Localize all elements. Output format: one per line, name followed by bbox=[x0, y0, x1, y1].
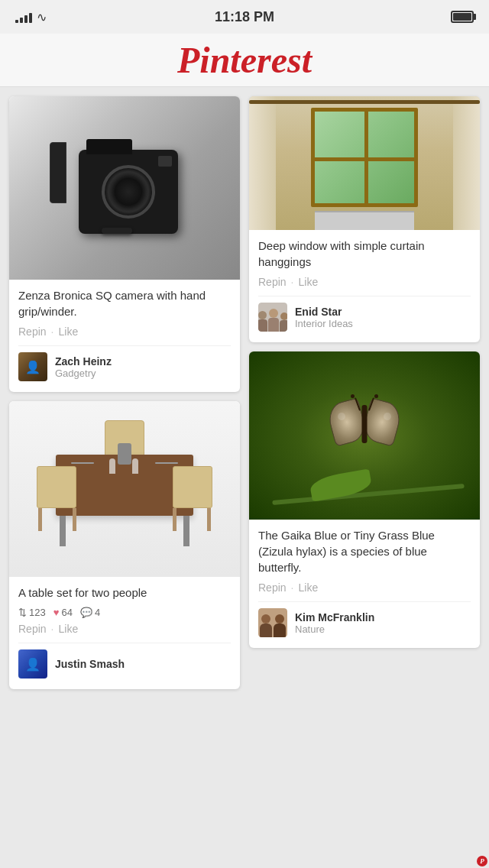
pin-title-camera: Zenza Bronica SQ camera with hand grip/w… bbox=[18, 287, 231, 319]
pin-content-window: Deep window with simple curtain hangging… bbox=[249, 230, 480, 342]
pin-user-camera[interactable]: 👤 Zach Heinz Gadgetry bbox=[18, 345, 231, 384]
user-board-enid: Interior Ideas bbox=[295, 318, 353, 329]
user-name-kim: Kim McFranklin bbox=[295, 611, 374, 623]
pin-user-table[interactable]: 👤 Justin Smash bbox=[18, 643, 231, 682]
comment-stat: 💬 4 bbox=[80, 607, 100, 618]
camera-image bbox=[9, 96, 240, 280]
user-info-zach: Zach Heinz Gadgetry bbox=[55, 355, 112, 379]
repin-count: 123 bbox=[29, 607, 46, 618]
repin-btn-camera[interactable]: Repin bbox=[18, 326, 47, 338]
comment-icon: 💬 bbox=[80, 607, 92, 618]
pin-image-table[interactable] bbox=[9, 401, 240, 577]
app-logo: Pinterest bbox=[177, 39, 312, 81]
like-btn-butterfly[interactable]: Like bbox=[298, 581, 318, 594]
avatar-justin: 👤 bbox=[18, 649, 47, 679]
repin-btn-window[interactable]: Repin bbox=[258, 276, 287, 288]
pin-title-table: A table set for two people bbox=[18, 585, 231, 601]
pin-col-right: Deep window with simple curtain hangging… bbox=[249, 96, 480, 648]
user-board-kim: Nature bbox=[295, 623, 374, 635]
user-board-zach: Gadgetry bbox=[55, 368, 112, 379]
repin-stat-icon: ⇅ bbox=[18, 607, 27, 618]
status-bar: ∿ 11:18 PM bbox=[0, 0, 489, 34]
avatar-zach: 👤 bbox=[18, 352, 47, 381]
user-info-enid: Enid Star Interior Ideas bbox=[295, 306, 353, 329]
user-name-justin: Justin Smash bbox=[55, 658, 125, 670]
butterfly-image bbox=[249, 351, 480, 520]
dot-window: · bbox=[291, 276, 294, 288]
pin-user-window[interactable]: P Enid Star Interior Ideas bbox=[258, 296, 471, 335]
like-btn-table[interactable]: Like bbox=[58, 623, 78, 635]
pin-user-butterfly[interactable]: Kim McFranklin Nature bbox=[258, 601, 471, 640]
pin-title-window: Deep window with simple curtain hangging… bbox=[258, 238, 471, 270]
signal-icon bbox=[15, 11, 32, 23]
user-name-enid: Enid Star bbox=[295, 306, 353, 318]
pin-stats-table: ⇅ 123 ♥ 64 💬 4 bbox=[18, 607, 231, 618]
pin-content-table: A table set for two people ⇅ 123 ♥ 64 💬 … bbox=[9, 577, 240, 689]
pin-card-table[interactable]: A table set for two people ⇅ 123 ♥ 64 💬 … bbox=[9, 401, 240, 689]
status-time: 11:18 PM bbox=[215, 9, 274, 25]
pin-image-window[interactable] bbox=[249, 96, 480, 230]
dot-butterfly: · bbox=[291, 581, 294, 594]
pin-actions-table: Repin · Like bbox=[18, 623, 231, 635]
like-btn-window[interactable]: Like bbox=[298, 276, 318, 288]
pin-card-window[interactable]: Deep window with simple curtain hangging… bbox=[249, 96, 480, 342]
pin-image-butterfly[interactable] bbox=[249, 351, 480, 520]
pin-card-butterfly[interactable]: The Gaika Blue or Tiny Grass Blue (Zizul… bbox=[249, 351, 480, 648]
like-stat: ♥ 64 bbox=[53, 607, 73, 618]
heart-icon: ♥ bbox=[53, 607, 60, 618]
wifi-icon: ∿ bbox=[37, 10, 47, 24]
pin-grid: Zenza Bronica SQ camera with hand grip/w… bbox=[0, 87, 489, 698]
pin-col-left: Zenza Bronica SQ camera with hand grip/w… bbox=[9, 96, 240, 689]
pin-title-butterfly: The Gaika Blue or Tiny Grass Blue (Zizul… bbox=[258, 527, 471, 575]
window-image bbox=[249, 96, 480, 230]
app-header: Pinterest bbox=[0, 34, 489, 87]
repin-stat: ⇅ 123 bbox=[18, 607, 46, 618]
pin-content-camera: Zenza Bronica SQ camera with hand grip/w… bbox=[9, 280, 240, 392]
status-left: ∿ bbox=[15, 10, 47, 24]
user-name-zach: Zach Heinz bbox=[55, 355, 112, 368]
pin-content-butterfly: The Gaika Blue or Tiny Grass Blue (Zizul… bbox=[249, 520, 480, 648]
battery-icon bbox=[451, 11, 474, 23]
user-info-kim: Kim McFranklin Nature bbox=[295, 611, 374, 635]
avatar-kim bbox=[258, 608, 287, 637]
avatar-enid: P bbox=[258, 303, 287, 332]
dot-camera: · bbox=[51, 326, 54, 338]
like-btn-camera[interactable]: Like bbox=[58, 326, 78, 338]
table-image bbox=[9, 401, 240, 577]
pin-actions-camera: Repin · Like bbox=[18, 326, 231, 338]
pin-actions-window: Repin · Like bbox=[258, 276, 471, 288]
repin-btn-table[interactable]: Repin bbox=[18, 623, 47, 635]
like-count: 64 bbox=[61, 607, 72, 618]
pin-actions-butterfly: Repin · Like bbox=[258, 581, 471, 594]
pin-card-camera[interactable]: Zenza Bronica SQ camera with hand grip/w… bbox=[9, 96, 240, 392]
pin-image-camera[interactable] bbox=[9, 96, 240, 280]
dot-table: · bbox=[51, 623, 54, 635]
repin-btn-butterfly[interactable]: Repin bbox=[258, 581, 287, 594]
comment-count: 4 bbox=[95, 607, 100, 618]
user-info-justin: Justin Smash bbox=[55, 658, 125, 670]
